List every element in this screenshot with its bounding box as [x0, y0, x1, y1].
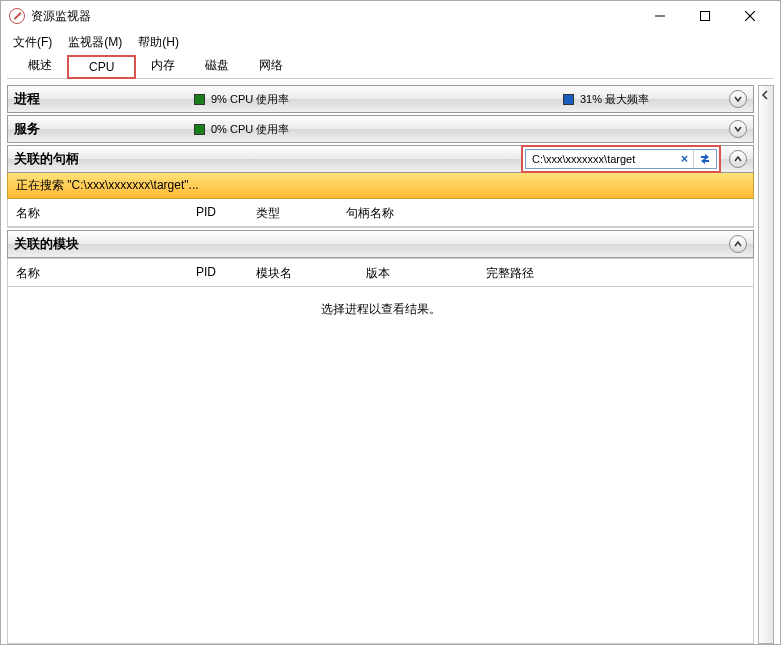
search-status-bar: 正在搜索 "C:\xxx\xxxxxxx\target"...: [7, 173, 754, 199]
section-handles[interactable]: 关联的句柄 ×: [7, 145, 754, 173]
close-button[interactable]: [727, 2, 772, 30]
search-highlight: ×: [521, 145, 721, 173]
window-controls: [637, 2, 772, 30]
cpu-usage-stat: 9% CPU 使用率: [194, 92, 289, 107]
expand-services-button[interactable]: [729, 120, 747, 138]
tabbar: 概述 CPU 内存 磁盘 网络: [7, 53, 774, 79]
green-swatch-icon: [194, 124, 205, 135]
col-name[interactable]: 名称: [16, 205, 196, 222]
collapse-modules-button[interactable]: [729, 235, 747, 253]
app-icon: [9, 8, 25, 24]
col-pid[interactable]: PID: [196, 265, 256, 282]
max-freq-stat: 31% 最大频率: [563, 92, 649, 107]
green-swatch-icon: [194, 94, 205, 105]
tab-network[interactable]: 网络: [244, 52, 298, 78]
blue-swatch-icon: [563, 94, 574, 105]
col-name[interactable]: 名称: [16, 265, 196, 282]
section-modules[interactable]: 关联的模块: [7, 230, 754, 258]
svg-rect-1: [700, 12, 709, 21]
search-go-button[interactable]: [693, 150, 716, 168]
col-version[interactable]: 版本: [366, 265, 486, 282]
handles-search-input[interactable]: [526, 153, 676, 165]
col-handle-name[interactable]: 句柄名称: [346, 205, 402, 222]
menubar: 文件(F) 监视器(M) 帮助(H): [1, 31, 780, 53]
col-full-path[interactable]: 完整路径: [486, 265, 542, 282]
services-cpu-stat: 0% CPU 使用率: [194, 122, 289, 137]
handles-columns: 名称 PID 类型 句柄名称: [7, 199, 754, 227]
modules-results: 选择进程以查看结果。: [7, 287, 754, 644]
menu-file[interactable]: 文件(F): [5, 32, 60, 53]
col-module-name[interactable]: 模块名: [256, 265, 366, 282]
window-title: 资源监视器: [31, 8, 637, 25]
menu-monitor[interactable]: 监视器(M): [60, 32, 130, 53]
handles-title: 关联的句柄: [14, 150, 194, 168]
col-type[interactable]: 类型: [256, 205, 346, 222]
handles-results: [7, 227, 754, 228]
modules-title: 关联的模块: [14, 235, 194, 253]
tab-disk[interactable]: 磁盘: [190, 52, 244, 78]
tab-memory[interactable]: 内存: [136, 52, 190, 78]
section-processes[interactable]: 进程 9% CPU 使用率 31% 最大频率: [7, 85, 754, 113]
titlebar: 资源监视器: [1, 1, 780, 31]
modules-empty-message: 选择进程以查看结果。: [8, 287, 753, 332]
services-title: 服务: [14, 120, 194, 138]
side-panel-toggle[interactable]: [758, 85, 774, 644]
maximize-button[interactable]: [682, 2, 727, 30]
minimize-button[interactable]: [637, 2, 682, 30]
search-box: ×: [525, 149, 717, 169]
processes-title: 进程: [14, 90, 194, 108]
tab-overview[interactable]: 概述: [13, 52, 67, 78]
collapse-handles-button[interactable]: [729, 150, 747, 168]
modules-columns: 名称 PID 模块名 版本 完整路径: [7, 258, 754, 287]
col-pid[interactable]: PID: [196, 205, 256, 222]
search-clear-button[interactable]: ×: [676, 152, 693, 166]
tab-cpu[interactable]: CPU: [67, 55, 136, 79]
menu-help[interactable]: 帮助(H): [130, 32, 187, 53]
expand-processes-button[interactable]: [729, 90, 747, 108]
section-services[interactable]: 服务 0% CPU 使用率: [7, 115, 754, 143]
